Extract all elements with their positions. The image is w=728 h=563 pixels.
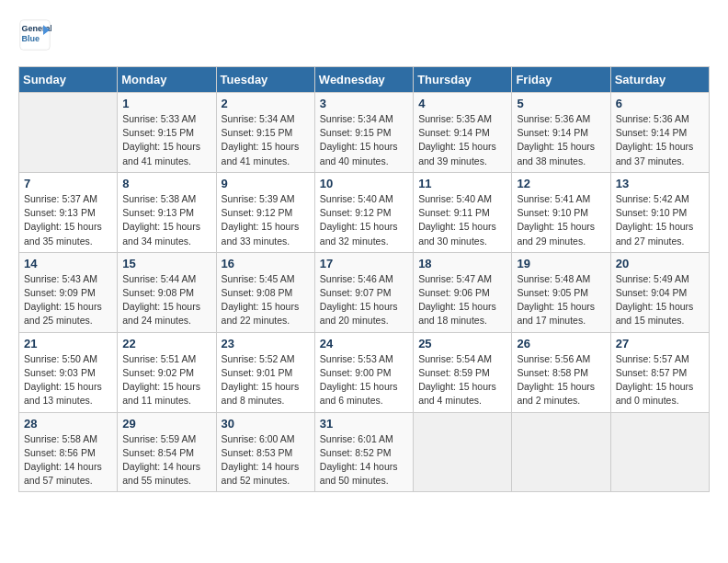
day-number: 13 [616, 177, 704, 190]
day-info: Sunrise: 5:34 AMSunset: 9:15 PMDaylight:… [320, 112, 408, 168]
day-info: Sunrise: 5:47 AMSunset: 9:06 PMDaylight:… [418, 272, 506, 328]
page-header: General Blue [18, 18, 710, 52]
day-info: Sunrise: 5:57 AMSunset: 8:57 PMDaylight:… [616, 352, 704, 408]
day-info: Sunrise: 5:56 AMSunset: 8:58 PMDaylight:… [517, 352, 605, 408]
day-info: Sunrise: 6:00 AMSunset: 8:53 PMDaylight:… [222, 432, 310, 488]
day-info: Sunrise: 5:51 AMSunset: 9:02 PMDaylight:… [122, 352, 210, 408]
calendar-cell: 28Sunrise: 5:58 AMSunset: 8:56 PMDayligh… [19, 412, 118, 492]
calendar-cell: 10Sunrise: 5:40 AMSunset: 9:12 PMDayligh… [314, 172, 413, 252]
week-row-5: 28Sunrise: 5:58 AMSunset: 8:56 PMDayligh… [19, 412, 710, 492]
calendar-cell [512, 412, 610, 492]
day-number: 10 [320, 177, 408, 190]
day-info: Sunrise: 5:36 AMSunset: 9:14 PMDaylight:… [616, 112, 704, 168]
day-number: 4 [418, 97, 506, 110]
day-number: 21 [24, 337, 112, 350]
day-number: 3 [320, 97, 408, 110]
day-info: Sunrise: 5:37 AMSunset: 9:13 PMDaylight:… [24, 192, 112, 248]
weekday-header-thursday: Thursday [414, 67, 512, 93]
day-number: 25 [418, 337, 506, 350]
day-number: 14 [24, 257, 112, 270]
day-number: 15 [122, 257, 210, 270]
day-info: Sunrise: 5:43 AMSunset: 9:09 PMDaylight:… [24, 272, 112, 328]
day-number: 29 [122, 417, 210, 431]
day-info: Sunrise: 5:45 AMSunset: 9:08 PMDaylight:… [222, 272, 310, 328]
day-number: 22 [122, 337, 210, 350]
day-info: Sunrise: 5:48 AMSunset: 9:05 PMDaylight:… [517, 272, 605, 328]
day-info: Sunrise: 5:40 AMSunset: 9:11 PMDaylight:… [418, 192, 506, 248]
day-number: 31 [320, 417, 408, 431]
logo-icon: General Blue [18, 18, 51, 52]
day-number: 16 [222, 257, 310, 270]
calendar-cell: 16Sunrise: 5:45 AMSunset: 9:08 PMDayligh… [216, 252, 314, 332]
day-info: Sunrise: 5:52 AMSunset: 9:01 PMDaylight:… [222, 352, 310, 408]
weekday-header-wednesday: Wednesday [314, 67, 413, 93]
day-number: 26 [517, 337, 605, 350]
calendar-cell: 22Sunrise: 5:51 AMSunset: 9:02 PMDayligh… [118, 332, 216, 412]
calendar-cell: 24Sunrise: 5:53 AMSunset: 9:00 PMDayligh… [314, 332, 413, 412]
calendar-cell: 17Sunrise: 5:46 AMSunset: 9:07 PMDayligh… [314, 252, 413, 332]
calendar-cell: 12Sunrise: 5:41 AMSunset: 9:10 PMDayligh… [512, 172, 610, 252]
calendar-cell: 11Sunrise: 5:40 AMSunset: 9:11 PMDayligh… [414, 172, 512, 252]
day-info: Sunrise: 5:59 AMSunset: 8:54 PMDaylight:… [122, 432, 210, 488]
calendar-cell: 3Sunrise: 5:34 AMSunset: 9:15 PMDaylight… [314, 93, 413, 173]
day-number: 2 [222, 97, 310, 110]
week-row-4: 21Sunrise: 5:50 AMSunset: 9:03 PMDayligh… [19, 332, 710, 412]
day-number: 28 [24, 417, 112, 431]
day-number: 6 [616, 97, 704, 110]
day-info: Sunrise: 5:36 AMSunset: 9:14 PMDaylight:… [517, 112, 605, 168]
weekday-header-sunday: Sunday [19, 67, 118, 93]
day-info: Sunrise: 5:39 AMSunset: 9:12 PMDaylight:… [222, 192, 310, 248]
day-number: 27 [616, 337, 704, 350]
day-number: 7 [24, 177, 112, 190]
calendar-cell: 26Sunrise: 5:56 AMSunset: 8:58 PMDayligh… [512, 332, 610, 412]
calendar-cell [19, 93, 118, 173]
day-number: 5 [517, 97, 605, 110]
calendar-cell: 21Sunrise: 5:50 AMSunset: 9:03 PMDayligh… [19, 332, 118, 412]
svg-text:Blue: Blue [22, 34, 40, 43]
day-info: Sunrise: 5:33 AMSunset: 9:15 PMDaylight:… [122, 112, 210, 168]
calendar-cell: 8Sunrise: 5:38 AMSunset: 9:13 PMDaylight… [118, 172, 216, 252]
calendar-cell: 6Sunrise: 5:36 AMSunset: 9:14 PMDaylight… [610, 93, 709, 173]
calendar-cell: 27Sunrise: 5:57 AMSunset: 8:57 PMDayligh… [610, 332, 709, 412]
calendar-cell [414, 412, 512, 492]
day-info: Sunrise: 5:38 AMSunset: 9:13 PMDaylight:… [122, 192, 210, 248]
day-info: Sunrise: 5:46 AMSunset: 9:07 PMDaylight:… [320, 272, 408, 328]
day-info: Sunrise: 5:40 AMSunset: 9:12 PMDaylight:… [320, 192, 408, 248]
day-number: 17 [320, 257, 408, 270]
day-info: Sunrise: 5:49 AMSunset: 9:04 PMDaylight:… [616, 272, 704, 328]
calendar-cell: 9Sunrise: 5:39 AMSunset: 9:12 PMDaylight… [216, 172, 314, 252]
calendar-cell [610, 412, 709, 492]
header-row: SundayMondayTuesdayWednesdayThursdayFrid… [19, 67, 710, 93]
day-info: Sunrise: 5:58 AMSunset: 8:56 PMDaylight:… [24, 432, 112, 488]
calendar-cell: 23Sunrise: 5:52 AMSunset: 9:01 PMDayligh… [216, 332, 314, 412]
day-number: 9 [222, 177, 310, 190]
calendar-cell: 1Sunrise: 5:33 AMSunset: 9:15 PMDaylight… [118, 93, 216, 173]
day-info: Sunrise: 5:50 AMSunset: 9:03 PMDaylight:… [24, 352, 112, 408]
calendar-cell: 25Sunrise: 5:54 AMSunset: 8:59 PMDayligh… [414, 332, 512, 412]
calendar-table: SundayMondayTuesdayWednesdayThursdayFrid… [18, 66, 710, 492]
day-info: Sunrise: 5:41 AMSunset: 9:10 PMDaylight:… [517, 192, 605, 248]
weekday-header-saturday: Saturday [610, 67, 709, 93]
calendar-cell: 7Sunrise: 5:37 AMSunset: 9:13 PMDaylight… [19, 172, 118, 252]
week-row-2: 7Sunrise: 5:37 AMSunset: 9:13 PMDaylight… [19, 172, 710, 252]
day-info: Sunrise: 5:42 AMSunset: 9:10 PMDaylight:… [616, 192, 704, 248]
week-row-3: 14Sunrise: 5:43 AMSunset: 9:09 PMDayligh… [19, 252, 710, 332]
calendar-cell: 31Sunrise: 6:01 AMSunset: 8:52 PMDayligh… [314, 412, 413, 492]
calendar-cell: 29Sunrise: 5:59 AMSunset: 8:54 PMDayligh… [118, 412, 216, 492]
weekday-header-tuesday: Tuesday [216, 67, 314, 93]
day-info: Sunrise: 6:01 AMSunset: 8:52 PMDaylight:… [320, 432, 408, 488]
calendar-cell: 13Sunrise: 5:42 AMSunset: 9:10 PMDayligh… [610, 172, 709, 252]
calendar-cell: 20Sunrise: 5:49 AMSunset: 9:04 PMDayligh… [610, 252, 709, 332]
calendar-cell: 15Sunrise: 5:44 AMSunset: 9:08 PMDayligh… [118, 252, 216, 332]
calendar-cell: 14Sunrise: 5:43 AMSunset: 9:09 PMDayligh… [19, 252, 118, 332]
calendar-cell: 30Sunrise: 6:00 AMSunset: 8:53 PMDayligh… [216, 412, 314, 492]
day-number: 18 [418, 257, 506, 270]
day-number: 1 [122, 97, 210, 110]
calendar-cell: 4Sunrise: 5:35 AMSunset: 9:14 PMDaylight… [414, 93, 512, 173]
logo: General Blue [18, 18, 51, 52]
week-row-1: 1Sunrise: 5:33 AMSunset: 9:15 PMDaylight… [19, 93, 710, 173]
day-info: Sunrise: 5:53 AMSunset: 9:00 PMDaylight:… [320, 352, 408, 408]
calendar-cell: 2Sunrise: 5:34 AMSunset: 9:15 PMDaylight… [216, 93, 314, 173]
day-number: 19 [517, 257, 605, 270]
weekday-header-monday: Monday [118, 67, 216, 93]
